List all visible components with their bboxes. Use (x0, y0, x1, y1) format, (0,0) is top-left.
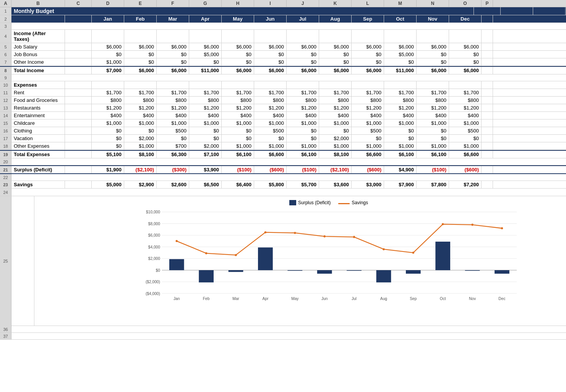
row-22: 22 (0, 174, 566, 181)
inc-2-3: $0 (189, 58, 222, 66)
exp-label-5: Clothing (11, 127, 65, 134)
exp-7-10: $1,000 (417, 142, 449, 150)
exp-1-11: $800 (449, 97, 482, 104)
exp-5-11: $500 (449, 127, 482, 134)
ti-may: $6,000 (222, 67, 254, 74)
exp-4-9: $1,000 (384, 119, 417, 127)
exp-2-2: $1,200 (157, 104, 189, 111)
rownum-4: 4 (0, 30, 11, 43)
ti-nov: $6,000 (417, 67, 449, 74)
exp-label-7: Other Expenses (11, 142, 65, 150)
inc-0-0: $6,000 (92, 43, 124, 50)
exp-2-9: $1,200 (384, 104, 417, 111)
income-label-0: Job Salary (11, 43, 65, 50)
exp-2-11: $1,200 (449, 104, 482, 111)
exp-5-4: $0 (222, 127, 254, 134)
income-h-g (189, 30, 222, 43)
exp-7-4: $1,000 (222, 142, 254, 150)
svg-text:$0: $0 (156, 268, 161, 273)
svg-text:$2,000: $2,000 (148, 256, 161, 261)
exp-1-7: $800 (319, 97, 352, 104)
inc-2-1: $0 (124, 58, 157, 66)
income-row-2: 7 Other Income $1,000$0$0$0$0$0$0$0$0$0$… (0, 58, 566, 66)
income-label-1: Job Bonus (11, 51, 65, 58)
exp-3-9: $400 (384, 112, 417, 119)
exp-2-5: $1,200 (254, 104, 287, 111)
exp-0-0: $1,700 (92, 89, 124, 96)
row-1: 1 Monthly Budget (0, 7, 566, 15)
exp-label-6: Vacation (11, 135, 65, 142)
svg-text:($2,000): ($2,000) (146, 280, 160, 284)
exp-0-3: $1,700 (189, 89, 222, 96)
te-jan: $5,100 (92, 151, 124, 158)
ti-apr: $11,000 (189, 67, 222, 74)
inc-0-3: $6,000 (189, 43, 222, 50)
exp-1-6: $800 (287, 97, 319, 104)
col-d: D (92, 0, 124, 7)
te-oct: $6,100 (384, 151, 417, 158)
inc-1-8: $0 (352, 51, 384, 58)
rownum-16: 16 (0, 127, 11, 134)
rownum-11: 11 (0, 89, 11, 96)
exp-4-11: $1,000 (449, 119, 482, 127)
ti-mar: $6,000 (157, 67, 189, 74)
inc-1-1: $0 (124, 51, 157, 58)
s-jul: ($100) (287, 166, 319, 173)
exp-7-11: $1,000 (449, 142, 482, 150)
income-h-o (449, 30, 482, 43)
svg-text:Apr: Apr (262, 297, 268, 301)
bar-2 (229, 270, 243, 272)
te-mar: $6,300 (157, 151, 189, 158)
rownum-17: 17 (0, 135, 11, 142)
rownum-20: 20 (0, 158, 11, 165)
ti-p (482, 67, 493, 74)
legend-savings: Savings (338, 200, 368, 205)
te-jul: $6,100 (287, 151, 319, 158)
month-jan: Jan (92, 15, 124, 23)
expense-row-2: 13 Restaurants $1,200$1,200$1,200$1,200$… (0, 104, 566, 112)
exp-3-10: $400 (417, 112, 449, 119)
exp-4-7: $1,000 (319, 119, 352, 127)
legend-savings-label: Savings (352, 200, 368, 205)
exp-5-10: $0 (417, 127, 449, 134)
col-h: H (222, 0, 254, 7)
inc-2-10: $0 (417, 58, 449, 66)
exp-0-11: $1,700 (449, 89, 482, 96)
s-jun: ($600) (254, 166, 287, 173)
exp-4-5: $1,000 (254, 119, 287, 127)
exp-4-0: $1,000 (92, 119, 124, 127)
exp-3-7: $400 (319, 112, 352, 119)
bar-6 (347, 270, 362, 271)
exp-2-3: $1,200 (189, 104, 222, 111)
svg-text:$4,000: $4,000 (148, 245, 161, 249)
inc-0-8: $6,000 (352, 43, 384, 50)
expense-row-6: 17 Vacation $0$2,000$0$0$0$0$0$2,000$0$0… (0, 135, 566, 142)
te-nov: $6,100 (417, 151, 449, 158)
exp-6-0: $0 (92, 135, 124, 142)
s-oct: $4,900 (384, 166, 417, 173)
exp-2-4: $1,200 (222, 104, 254, 111)
income-h-j (287, 30, 319, 43)
svg-text:Dec: Dec (498, 297, 505, 301)
exp-1-3: $800 (189, 97, 222, 104)
rownum-7: 7 (0, 58, 11, 66)
col-c: C (65, 0, 92, 7)
savings-label: Savings (11, 181, 65, 188)
bar-7 (376, 270, 391, 282)
rownum-14: 14 (0, 112, 11, 119)
savings-dot-6 (353, 236, 355, 238)
exp-1-5: $800 (254, 97, 287, 104)
income-h-k (319, 30, 352, 43)
income-h-e (124, 30, 157, 43)
rownum-18: 18 (0, 142, 11, 150)
exp-2-6: $1,200 (287, 104, 319, 111)
exp-3-3: $400 (189, 112, 222, 119)
svg-text:Oct: Oct (440, 297, 446, 301)
surplus-label: Surplus (Deficit) (11, 166, 65, 173)
exp-6-10: $0 (417, 135, 449, 142)
savings-dot-3 (264, 231, 267, 234)
inc-1-11: $0 (449, 51, 482, 58)
exp-6-2: $0 (157, 135, 189, 142)
month-jun: Jun (254, 15, 287, 23)
legend-savings-line (338, 203, 350, 204)
